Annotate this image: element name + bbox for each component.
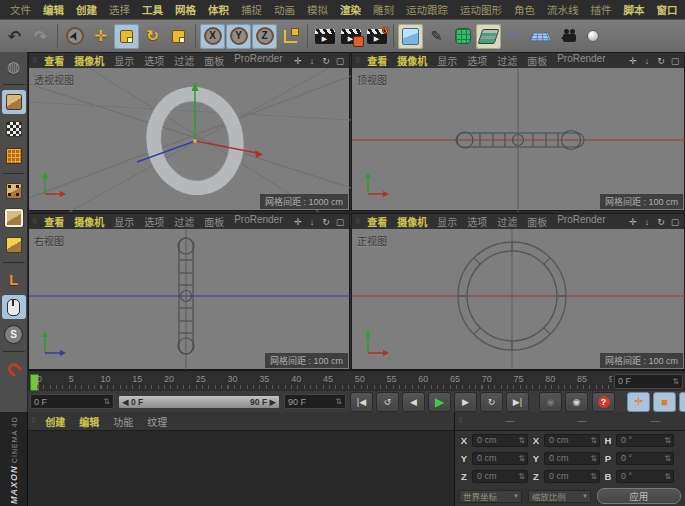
material-menu-item[interactable]: 纹理 [140,414,174,429]
render-picture-viewer-button[interactable]: ▶ [338,24,363,49]
menu-item[interactable]: 体积 [202,2,235,17]
stepper-icon[interactable]: ⇅ [518,436,525,445]
coord-size-field[interactable]: 0 cm⇅ [544,470,600,483]
menu-item[interactable]: 运动跟踪 [400,2,454,17]
viewport-menu-item[interactable]: 显示 [109,214,139,229]
undo-button[interactable]: ↶ [2,24,27,49]
viewport-menu-item[interactable]: 面板 [522,214,552,229]
points-mode-button[interactable] [2,179,26,203]
stepper-icon[interactable]: ⇅ [664,454,671,463]
viewport-solo-button[interactable] [2,295,26,319]
menu-item[interactable]: 选择 [103,2,136,17]
viewport-menu-item[interactable]: 摄像机 [392,53,432,68]
rotate-tool-button[interactable]: ↻ [140,24,165,49]
coord-size-field[interactable]: 0 cm⇅ [544,452,600,465]
viewport-menu-item[interactable]: 查看 [39,53,69,68]
viewport-menu-item[interactable]: 显示 [432,53,462,68]
transport-button[interactable]: |◀ [350,392,373,412]
add-camera-button[interactable] [554,24,579,49]
magnet-button[interactable] [2,357,26,381]
stepper-icon[interactable]: ⇅ [664,472,671,481]
transport-button[interactable]: ▶ [454,392,477,412]
end-frame-field[interactable]: 0 F ⇅ [614,374,683,389]
viewport-menu-item[interactable]: 过滤 [492,53,522,68]
stepper-icon[interactable]: ⇅ [518,454,525,463]
viewport-header-icon[interactable]: ↓ [641,56,653,66]
grip-icon[interactable]: ⠿ [29,218,39,226]
menu-item[interactable]: 脚本 [618,2,651,17]
stepper-icon[interactable]: ⇅ [518,472,525,481]
viewport-right[interactable]: ⠿ 查看摄像机显示选项过滤面板ProRender ✛↓↻▢ [28,213,350,370]
menu-item[interactable]: 网格 [169,2,202,17]
viewport-menu-item[interactable]: 显示 [432,214,462,229]
grip-icon[interactable]: ⠿ [352,218,362,226]
viewport-menu-item[interactable]: ProRender [229,214,287,229]
workplane-mode-button[interactable] [2,144,26,168]
scale-mode-dropdown[interactable]: 缩放比例 ▾ [528,490,591,503]
front-canvas[interactable] [352,229,685,371]
viewport-menu-item[interactable]: 选项 [462,53,492,68]
stepper-icon[interactable]: ⇅ [590,454,597,463]
viewport-menu-item[interactable]: 过滤 [169,214,199,229]
live-selection-button[interactable]: ➤ [62,24,87,49]
enable-axis-button[interactable]: L [2,268,26,292]
viewport-menu-item[interactable]: ProRender [552,53,610,68]
axis-lock-button[interactable]: Y [226,24,251,49]
viewport-header-icon[interactable]: ↓ [641,217,653,227]
material-menu-item[interactable]: 功能 [106,414,140,429]
coord-position-field[interactable]: 0 cm⇅ [472,452,528,465]
viewport-menu-item[interactable]: 选项 [139,214,169,229]
viewport-menu-item[interactable]: 摄像机 [69,53,109,68]
viewport-menu-item[interactable]: 显示 [109,53,139,68]
coord-position-field[interactable]: 0 cm⇅ [472,434,528,447]
viewport-header-icon[interactable]: ▢ [669,56,681,66]
menu-item[interactable]: 编辑 [37,2,70,17]
menu-item[interactable]: 雕刻 [367,2,400,17]
menu-item[interactable]: 窗口 [651,2,684,17]
coord-position-field[interactable]: 0 cm⇅ [472,470,528,483]
scale-tool-button[interactable] [114,24,139,49]
grip-icon[interactable]: ⠿ [29,57,39,65]
viewport-menu-item[interactable]: 过滤 [169,53,199,68]
transport-button[interactable]: ▶| [506,392,529,412]
add-environment-button[interactable] [528,24,553,49]
current-frame-field[interactable]: 0 F ⇅ [30,394,114,409]
menu-item[interactable]: 创建 [70,2,103,17]
snap-button[interactable]: S [2,322,26,346]
last-tool-button[interactable] [166,24,191,49]
transport-button[interactable]: ↻ [480,392,503,412]
material-menu-item[interactable]: 创建 [38,414,72,429]
viewport-top[interactable]: ⠿ 查看摄像机显示选项过滤面板ProRender ✛↓↻▢ [351,52,685,211]
viewport-menu-item[interactable]: 面板 [199,214,229,229]
stepper-icon[interactable]: ⇅ [672,377,679,386]
render-view-button[interactable]: ▶ [312,24,337,49]
add-light-button[interactable] [580,24,605,49]
viewport-header-icon[interactable]: ✛ [292,217,304,227]
viewport-header-icon[interactable]: ▢ [334,217,346,227]
add-generator-button[interactable] [450,24,475,49]
stepper-icon[interactable]: ⇅ [590,436,597,445]
viewport-header-icon[interactable]: ✛ [292,56,304,66]
menu-item[interactable]: 工具 [136,2,169,17]
add-spline-button[interactable]: ✎ [424,24,449,49]
viewport-menu-item[interactable]: 选项 [139,53,169,68]
viewport-menu-item[interactable]: 面板 [199,53,229,68]
coordinate-space-dropdown[interactable]: 世界坐标 ▾ [459,490,522,503]
viewport-menu-item[interactable]: 选项 [462,214,492,229]
viewport-menu-item[interactable]: 摄像机 [69,214,109,229]
move-tool-button[interactable]: ✛ [88,24,113,49]
viewport-header-icon[interactable]: ↻ [320,56,332,66]
viewport-menu-item[interactable]: 面板 [522,53,552,68]
menu-item[interactable]: 文件 [4,2,37,17]
viewport-perspective[interactable]: ⠿ 查看摄像机显示选项过滤面板ProRender ✛↓↻▢ [28,52,350,211]
add-deformer-button[interactable] [476,24,501,49]
apply-button[interactable]: 应用 [597,488,681,504]
coordinate-system-button[interactable] [278,24,303,49]
timeline-ruler[interactable]: 051015202530354045505560657075808590 [28,370,612,391]
viewport-menu-item[interactable]: ProRender [552,214,610,229]
coord-size-field[interactable]: 0 cm⇅ [544,434,600,447]
axis-lock-button[interactable]: Z [252,24,277,49]
keyframe-toggle[interactable]: ↻ [679,392,685,412]
viewport-menu-item[interactable]: ProRender [229,53,287,68]
polygons-mode-button[interactable] [2,233,26,257]
